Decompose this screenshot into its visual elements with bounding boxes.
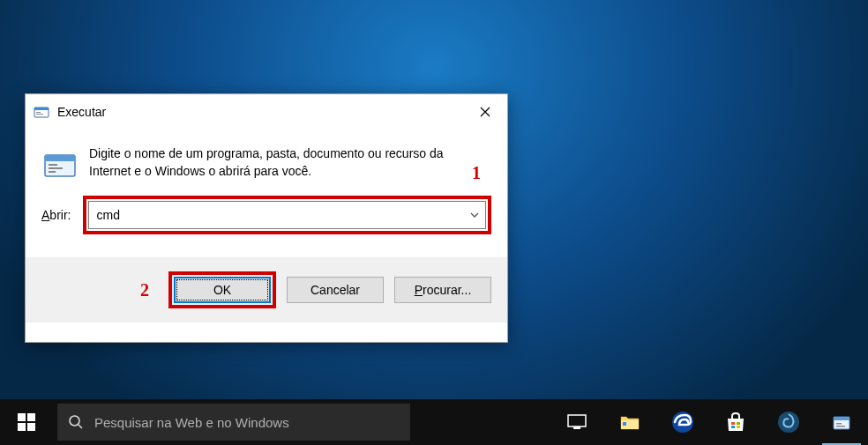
- open-input[interactable]: [89, 208, 464, 222]
- search-placeholder: Pesquisar na Web e no Windows: [94, 415, 289, 430]
- svg-rect-10: [27, 413, 35, 421]
- svg-point-13: [70, 416, 79, 426]
- svg-rect-27: [836, 423, 842, 425]
- svg-rect-3: [36, 114, 43, 115]
- taskbar: Pesquisar na Web e no Windows: [0, 399, 868, 445]
- svg-rect-23: [737, 426, 740, 428]
- cancel-button[interactable]: Cancelar: [287, 277, 384, 303]
- svg-rect-18: [623, 422, 626, 426]
- titlebar: Executar: [26, 94, 507, 130]
- svg-rect-20: [731, 422, 735, 425]
- task-view-icon: [567, 414, 587, 430]
- task-view-button[interactable]: [550, 399, 603, 445]
- open-label: Abrir:: [41, 208, 71, 222]
- start-button[interactable]: [0, 399, 53, 445]
- run-icon: [33, 103, 50, 121]
- run-program-icon: [43, 148, 77, 182]
- store-button[interactable]: [709, 399, 762, 445]
- svg-rect-15: [568, 415, 586, 426]
- ok-button[interactable]: OK: [174, 277, 271, 303]
- store-icon: [725, 412, 746, 433]
- svg-rect-9: [18, 413, 26, 421]
- annotation-step-2: 2: [140, 280, 149, 300]
- folder-icon: [619, 413, 640, 431]
- taskbar-icons: [550, 399, 868, 445]
- file-explorer-button[interactable]: [603, 399, 656, 445]
- svg-rect-7: [49, 167, 63, 169]
- run-dialog: Executar Digite o nome de um programa, p…: [25, 93, 508, 343]
- chevron-down-icon[interactable]: [464, 212, 485, 218]
- run-dialog-taskbar-button[interactable]: [815, 399, 868, 445]
- svg-rect-12: [27, 423, 35, 431]
- svg-rect-21: [737, 422, 740, 425]
- search-box[interactable]: Pesquisar na Web e no Windows: [57, 404, 410, 441]
- edge-icon: [671, 411, 694, 434]
- svg-rect-16: [573, 426, 580, 429]
- search-icon: [68, 414, 84, 430]
- svg-rect-6: [49, 164, 57, 166]
- svg-rect-26: [834, 417, 849, 420]
- browse-button[interactable]: Procurar...: [394, 277, 491, 303]
- svg-rect-2: [36, 112, 41, 113]
- dialog-title: Executar: [57, 105, 463, 119]
- windows-icon: [18, 413, 35, 431]
- open-combobox[interactable]: [88, 201, 486, 229]
- close-button[interactable]: [463, 95, 507, 129]
- annotation-highlight-1: [83, 196, 491, 234]
- svg-rect-28: [836, 426, 845, 427]
- annotation-highlight-2: OK: [168, 271, 276, 308]
- app-icon-1[interactable]: [762, 399, 815, 445]
- svg-line-14: [79, 425, 82, 428]
- edge-button[interactable]: [656, 399, 709, 445]
- dialog-content: Digite o nome de um programa, pasta, doc…: [26, 130, 507, 189]
- swirl-icon: [777, 411, 800, 434]
- svg-rect-22: [731, 426, 735, 428]
- svg-rect-8: [49, 171, 56, 173]
- button-panel: 2 OK Cancelar Procurar...: [26, 257, 507, 323]
- open-row: Abrir:: [26, 189, 507, 241]
- dialog-description: Digite o nome de um programa, pasta, doc…: [89, 145, 490, 182]
- run-window-icon: [832, 412, 851, 432]
- svg-rect-1: [34, 108, 49, 110]
- svg-rect-11: [18, 423, 26, 431]
- annotation-step-1: 1: [472, 163, 481, 183]
- svg-rect-5: [45, 155, 75, 161]
